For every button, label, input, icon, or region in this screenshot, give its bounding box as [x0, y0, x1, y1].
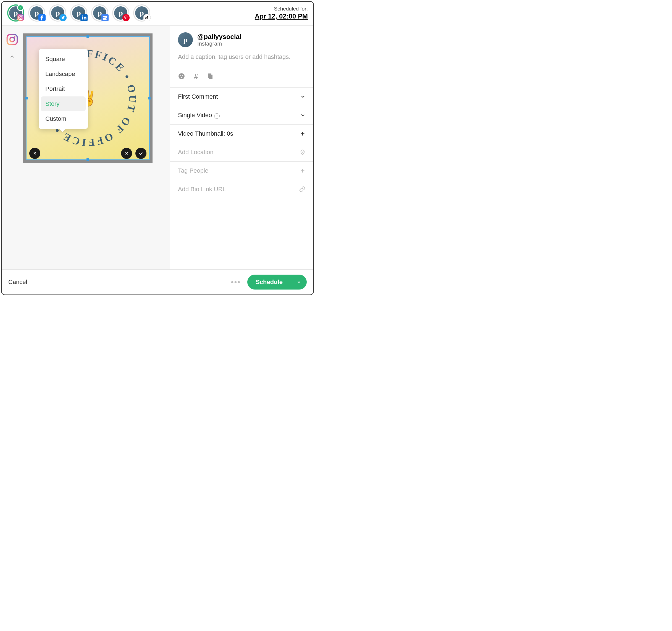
profile-handle: @pallyysocial [197, 33, 241, 41]
expand-icon[interactable] [29, 148, 40, 159]
account-linkedin[interactable]: p [70, 4, 87, 22]
row-label: Add Bio Link URL [178, 186, 226, 193]
add-location-row[interactable]: Add Location [170, 143, 313, 161]
aspect-portrait[interactable]: Portrait [41, 81, 86, 96]
linkedin-icon [80, 14, 88, 21]
more-options-button[interactable]: ••• [231, 278, 241, 287]
svg-point-17 [182, 75, 183, 76]
emoji-icon[interactable] [178, 73, 185, 81]
svg-point-12 [10, 37, 15, 42]
svg-point-13 [14, 36, 16, 38]
account-selector: p ✓ p p p [7, 4, 150, 22]
footer: Cancel ••• Schedule [2, 269, 313, 294]
account-tiktok[interactable]: p [133, 4, 150, 22]
account-pinterest[interactable]: p [112, 4, 129, 22]
pin-icon [299, 149, 306, 156]
instagram-icon [17, 14, 24, 21]
confirm-crop-icon[interactable] [136, 148, 146, 159]
video-thumbnail-row[interactable]: Video Thumbnail: 0s [170, 124, 313, 143]
svg-point-20 [302, 151, 304, 152]
svg-text:G: G [106, 17, 108, 20]
aspect-custom[interactable]: Custom [41, 111, 86, 126]
account-instagram[interactable]: p ✓ [7, 4, 24, 22]
hashtag-icon[interactable]: # [194, 73, 198, 81]
preview-wrap: OUT OF OFFICE • OUT OF OFFICE • ✌ [23, 33, 162, 269]
row-label: Video Thumbnail: 0s [178, 130, 233, 137]
cancel-crop-icon[interactable] [121, 148, 132, 159]
tag-people-row[interactable]: Tag People [170, 161, 313, 180]
caption-input[interactable]: Add a caption, tag users or add hashtags… [170, 47, 313, 63]
schedule-button-group: Schedule [247, 275, 307, 290]
scheduled-time[interactable]: Apr 12, 02:00 PM [255, 13, 308, 20]
row-label: Tag People [178, 167, 208, 174]
row-label: Add Location [178, 149, 213, 156]
aspect-square[interactable]: Square [41, 52, 86, 67]
facebook-icon [39, 14, 46, 21]
avatar: p [178, 32, 193, 47]
preview-panel: OUT OF OFFICE • OUT OF OFFICE • ✌ [2, 26, 170, 269]
link-icon [299, 186, 306, 193]
preview-sidebar [6, 33, 18, 269]
aspect-ratio-menu: Square Landscape Portrait Story Custom [39, 49, 88, 129]
scheduled-for-label: Scheduled for: [255, 6, 308, 12]
row-label: First Comment [178, 93, 218, 100]
account-google[interactable]: p G [91, 4, 108, 22]
tiktok-icon [143, 14, 151, 21]
google-business-icon: G [101, 14, 109, 21]
pinterest-icon [122, 14, 129, 21]
account-twitter[interactable]: p [49, 4, 66, 22]
svg-rect-19 [209, 75, 213, 79]
collapse-icon[interactable] [6, 51, 18, 63]
plus-icon [299, 168, 306, 174]
check-icon: ✓ [17, 4, 24, 11]
svg-point-3 [22, 16, 23, 17]
plus-icon [299, 131, 306, 137]
row-label: Single Videoi [178, 112, 220, 119]
svg-point-16 [180, 75, 181, 76]
single-video-row[interactable]: Single Videoi [170, 106, 313, 124]
svg-point-9 [122, 14, 129, 21]
copy-icon[interactable] [207, 73, 214, 81]
svg-rect-11 [7, 34, 17, 45]
aspect-story[interactable]: Story [41, 96, 86, 111]
compose-modal: p ✓ p p p [1, 1, 314, 295]
svg-point-15 [178, 73, 185, 79]
account-facebook[interactable]: p [28, 4, 45, 22]
compose-panel: p @pallyysocial Instagram Add a caption,… [170, 26, 313, 269]
schedule-dropdown-button[interactable] [291, 275, 307, 290]
body: OUT OF OFFICE • OUT OF OFFICE • ✌ [2, 26, 313, 269]
caption-tools: # [170, 63, 313, 87]
schedule-button[interactable]: Schedule [247, 275, 291, 290]
instagram-tab-icon[interactable] [6, 33, 18, 46]
schedule-info: Scheduled for: Apr 12, 02:00 PM [255, 6, 308, 20]
cancel-button[interactable]: Cancel [8, 278, 27, 286]
chevron-down-icon [300, 94, 306, 99]
bio-link-row[interactable]: Add Bio Link URL [170, 180, 313, 198]
twitter-icon [59, 14, 67, 21]
info-icon: i [214, 113, 220, 119]
profile-platform: Instagram [197, 41, 241, 47]
first-comment-row[interactable]: First Comment [170, 87, 313, 106]
chevron-down-icon [300, 113, 306, 118]
header: p ✓ p p p [2, 2, 313, 26]
profile: p @pallyysocial Instagram [170, 26, 313, 47]
aspect-landscape[interactable]: Landscape [41, 67, 86, 81]
